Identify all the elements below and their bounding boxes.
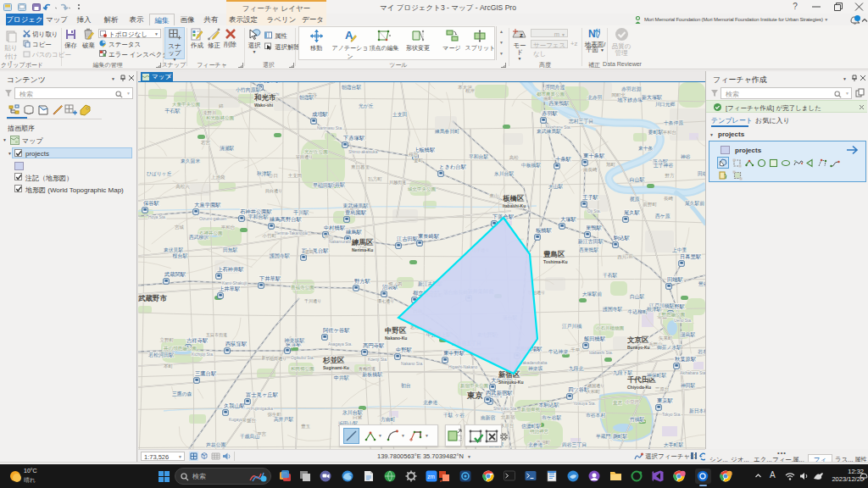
- svg-text:三原台: 三原台: [655, 386, 670, 391]
- svg-text:練馬区: 練馬区: [351, 238, 374, 247]
- svg-text:南長崎: 南長崎: [583, 167, 598, 172]
- svg-text:Hoya Sta.: Hoya Sta.: [148, 215, 166, 219]
- svg-text:大山駅: 大山駅: [548, 183, 564, 189]
- svg-text:大塚駅: 大塚駅: [560, 216, 577, 222]
- svg-text:久我山駅: 久我山駅: [224, 402, 246, 409]
- svg-text:東長崎駅: 東長崎駅: [418, 233, 440, 239]
- svg-text:Nerima-Ku: Nerima-Ku: [352, 247, 373, 252]
- svg-text:上井草駅: 上井草駅: [219, 286, 241, 291]
- svg-text:平和台駅: 平和台駅: [248, 214, 269, 220]
- svg-text:浮間舟渡: 浮間舟渡: [545, 84, 565, 91]
- svg-text:Koenji Sta.: Koenji Sta.: [368, 358, 387, 362]
- svg-text:阿佐ケ谷駅: 阿佐ケ谷駅: [323, 327, 350, 334]
- svg-text:N: N: [588, 28, 596, 40]
- svg-text:上野恩賜公園: 上野恩賜公園: [657, 312, 685, 318]
- svg-text:西武新宿駅: 西武新宿駅: [485, 390, 513, 396]
- svg-text:本町: 本町: [164, 363, 174, 369]
- svg-text:保谷駅: 保谷駅: [143, 200, 160, 206]
- svg-text:錦: 錦: [219, 103, 224, 108]
- svg-text:Chiyoda-Ku: Chiyoda-Ku: [627, 385, 651, 390]
- svg-text:明治神宮: 明治神宮: [530, 429, 549, 435]
- svg-text:西巣鴨駅: 西巣鴨駅: [579, 247, 598, 253]
- svg-text:Toshima-Ku: Toshima-Ku: [543, 259, 568, 264]
- svg-text:若宮: 若宮: [201, 140, 211, 146]
- svg-text:西片: 西片: [617, 254, 627, 260]
- svg-text:東京: 東京: [466, 391, 484, 400]
- svg-text:日暮里駅: 日暮里駅: [680, 253, 702, 260]
- svg-text:和田堀公園: 和田堀公園: [291, 366, 314, 371]
- svg-text:光が丘: 光が丘: [359, 103, 374, 109]
- svg-text:十条駅: 十条駅: [555, 156, 572, 162]
- svg-text:北新宿: 北新宿: [500, 414, 515, 420]
- svg-text:新宿中央公園: 新宿中央公園: [460, 383, 488, 389]
- svg-text:神保町駅: 神保町駅: [647, 372, 666, 378]
- svg-text:杉並区: 杉並区: [322, 356, 345, 364]
- svg-text:朝霞台駅: 朝霞台駅: [342, 84, 361, 91]
- svg-text:千歳烏山: 千歳烏山: [240, 434, 259, 439]
- svg-text:Yotsuya Sta.: Yotsuya Sta.: [573, 402, 596, 406]
- svg-text:十条仲原: 十条仲原: [664, 119, 683, 125]
- svg-text:宮城: 宮城: [175, 225, 185, 230]
- svg-text:初台: 初台: [401, 383, 411, 389]
- svg-text:富士見ヶ丘駅: 富士見ヶ丘駅: [246, 391, 279, 398]
- svg-text:練馬高野台駅: 練馬高野台駅: [269, 216, 302, 222]
- svg-text:Shinjuku-Ku: Shinjuku-Ku: [498, 380, 523, 385]
- svg-text:環七通り: 環七通り: [377, 298, 394, 303]
- svg-text:東日暮里: 東日暮里: [351, 164, 370, 170]
- svg-text:豊島区: 豊島区: [543, 250, 565, 258]
- svg-text:方南町: 方南町: [381, 416, 396, 423]
- svg-text:土支田: 土支田: [288, 173, 303, 179]
- svg-text:目白通り: 目白通り: [265, 188, 282, 194]
- svg-text:地下鉄赤塚: 地下鉄赤塚: [617, 97, 643, 103]
- svg-text:白山駅: 白山駅: [630, 293, 645, 300]
- svg-text:Nerima-Takanodai: Nerima-Takanodai: [275, 231, 308, 236]
- svg-text:Nakano Sta.: Nakano Sta.: [401, 362, 423, 366]
- svg-text:Takadanobaba: Takadanobaba: [520, 361, 548, 365]
- svg-text:川口元郷: 川口元郷: [655, 101, 675, 107]
- svg-text:Idabashi Sta.: Idabashi Sta.: [589, 351, 613, 355]
- svg-text:Suginami-Ku: Suginami-Ku: [323, 365, 349, 370]
- svg-text:Higashi-Nakano: Higashi-Nakano: [448, 365, 477, 369]
- svg-text:芦花公園: 芦花公園: [206, 442, 225, 448]
- svg-text:Shinjuku Sta.: Shinjuku Sta.: [493, 407, 517, 411]
- svg-text:川越街道: 川越街道: [389, 180, 406, 186]
- svg-text:平和台: 平和台: [221, 225, 236, 230]
- svg-text:東伏見駅: 東伏見駅: [164, 247, 183, 253]
- svg-text:上石神井駅: 上石神井駅: [217, 266, 244, 273]
- svg-text:根津駅: 根津駅: [647, 306, 662, 313]
- svg-text:中野駅: 中野駅: [396, 347, 413, 352]
- svg-text:小豆沢: 小豆沢: [624, 399, 639, 404]
- svg-text:千石駅: 千石駅: [603, 272, 618, 279]
- svg-text:新大塚駅: 新大塚駅: [642, 94, 662, 100]
- svg-text:中井駅: 中井駅: [334, 374, 349, 380]
- svg-text:市谷本村: 市谷本村: [586, 413, 605, 419]
- svg-text:Akihabara Sta.: Akihabara Sta.: [680, 371, 705, 375]
- svg-text:小石川植物園: 小石川植物園: [595, 325, 624, 331]
- svg-text:戸山: 戸山: [324, 235, 333, 240]
- svg-text:z: z: [520, 31, 523, 39]
- svg-text:豊玉: 豊玉: [301, 424, 311, 429]
- svg-text:湯島: 湯島: [304, 249, 314, 255]
- svg-text:北赤羽: 北赤羽: [587, 95, 602, 101]
- svg-text:千早: 千早: [570, 347, 581, 352]
- svg-text:護国寺駅: 護国寺駅: [270, 252, 290, 259]
- svg-text:Tokyo Sta.: Tokyo Sta.: [662, 413, 681, 417]
- svg-text:新日本橋: 新日本橋: [689, 408, 705, 414]
- svg-text:Ueno Sta.: Ueno Sta.: [674, 319, 692, 323]
- svg-text:板橋駅: 板橋駅: [535, 227, 553, 233]
- svg-text:牛込柳町: 牛込柳町: [627, 308, 648, 314]
- svg-text:四谷三丁目: 四谷三丁目: [562, 442, 587, 448]
- svg-text:神楽坂: 神楽坂: [528, 366, 543, 371]
- svg-text:赤羽岩淵: 赤羽岩淵: [621, 86, 641, 92]
- svg-text:堀ノ内: 堀ノ内: [388, 281, 403, 286]
- svg-text:志村三丁目: 志村三丁目: [569, 119, 593, 125]
- svg-text:東十条: 東十条: [638, 146, 654, 151]
- svg-text:和光市: 和光市: [253, 93, 276, 102]
- svg-text:Asagaya Sta.: Asagaya Sta.: [328, 342, 353, 347]
- svg-text:Shimo-akatsuka: Shimo-akatsuka: [348, 150, 378, 154]
- svg-text:東武練馬駅: 東武練馬駅: [342, 202, 368, 208]
- svg-text:大泉中央公園: 大泉中央公園: [172, 102, 200, 107]
- svg-text:中村橋駅: 中村橋駅: [324, 225, 346, 231]
- svg-text:信濃町駅: 信濃町駅: [521, 423, 541, 430]
- svg-text:東中野駅: 東中野駅: [443, 350, 465, 356]
